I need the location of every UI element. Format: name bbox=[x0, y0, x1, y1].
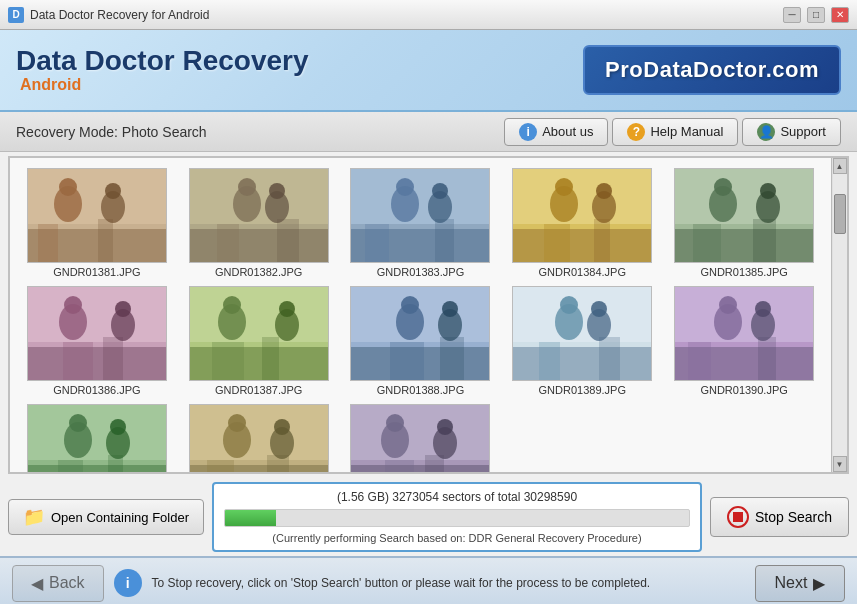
close-button[interactable]: ✕ bbox=[831, 7, 849, 23]
back-button[interactable]: ◀ Back bbox=[12, 565, 104, 602]
svg-rect-116 bbox=[425, 455, 444, 474]
svg-point-112 bbox=[386, 414, 404, 432]
photo-label: GNDR01384.JPG bbox=[539, 266, 626, 278]
scrollbar[interactable]: ▲ ▼ bbox=[831, 158, 847, 472]
svg-rect-44 bbox=[753, 219, 776, 263]
svg-rect-34 bbox=[544, 224, 570, 263]
svg-rect-47 bbox=[28, 287, 167, 342]
photo-item: GNDR01390.JPG bbox=[667, 286, 821, 396]
photo-label: GNDR01387.JPG bbox=[215, 384, 302, 396]
svg-rect-91 bbox=[28, 465, 167, 474]
progress-text: (1.56 GB) 3273054 sectors of total 30298… bbox=[224, 490, 690, 504]
photo-item: GNDR01392.JPG bbox=[182, 404, 336, 474]
about-us-button[interactable]: i About us bbox=[504, 118, 608, 146]
svg-rect-52 bbox=[63, 342, 93, 381]
app-subtitle: Android bbox=[20, 76, 309, 94]
svg-rect-55 bbox=[190, 347, 329, 381]
open-folder-button[interactable]: 📁 Open Containing Folder bbox=[8, 499, 204, 535]
progress-bar-container bbox=[224, 509, 690, 527]
photo-thumbnail[interactable] bbox=[27, 404, 167, 474]
svg-rect-109 bbox=[351, 465, 490, 474]
svg-point-103 bbox=[228, 414, 246, 432]
svg-rect-17 bbox=[277, 219, 299, 263]
folder-icon: 📁 bbox=[23, 506, 45, 528]
svg-rect-43 bbox=[693, 224, 721, 263]
scroll-down-arrow[interactable]: ▼ bbox=[833, 456, 847, 472]
app-title-block: Data Doctor Recovery Android bbox=[16, 46, 309, 95]
svg-point-76 bbox=[560, 296, 578, 314]
maximize-button[interactable]: □ bbox=[807, 7, 825, 23]
svg-rect-28 bbox=[513, 229, 652, 263]
svg-rect-7 bbox=[38, 224, 58, 263]
photo-thumbnail[interactable] bbox=[512, 168, 652, 263]
svg-rect-89 bbox=[758, 337, 776, 381]
app-icon: D bbox=[8, 7, 24, 23]
svg-point-49 bbox=[64, 296, 82, 314]
svg-point-33 bbox=[596, 183, 612, 199]
svg-rect-25 bbox=[365, 224, 389, 263]
svg-rect-35 bbox=[594, 219, 610, 263]
stop-search-button[interactable]: Stop Search bbox=[710, 497, 849, 537]
svg-point-60 bbox=[279, 301, 295, 317]
photo-item: GNDR01385.JPG bbox=[667, 168, 821, 278]
svg-rect-2 bbox=[28, 169, 167, 224]
title-bar-controls: ─ □ ✕ bbox=[783, 7, 849, 23]
svg-rect-71 bbox=[440, 337, 464, 381]
svg-point-22 bbox=[396, 178, 414, 196]
svg-point-51 bbox=[115, 301, 131, 317]
photo-thumbnail[interactable] bbox=[189, 286, 329, 381]
photo-item: GNDR01381.JPG bbox=[20, 168, 174, 278]
photo-thumbnail[interactable] bbox=[27, 168, 167, 263]
svg-rect-110 bbox=[351, 405, 490, 460]
svg-rect-92 bbox=[28, 405, 167, 460]
minimize-button[interactable]: ─ bbox=[783, 7, 801, 23]
svg-rect-61 bbox=[212, 342, 244, 381]
scroll-up-arrow[interactable]: ▲ bbox=[833, 158, 847, 174]
svg-rect-97 bbox=[58, 460, 83, 474]
photo-thumbnail[interactable] bbox=[512, 286, 652, 381]
svg-rect-101 bbox=[190, 405, 329, 460]
footer: ◀ Back i To Stop recovery, click on 'Sto… bbox=[0, 556, 857, 604]
photo-item: GNDR01384.JPG bbox=[505, 168, 659, 278]
photo-item: GNDR01383.JPG bbox=[344, 168, 498, 278]
header: Data Doctor Recovery Android ProDataDoct… bbox=[0, 30, 857, 112]
svg-point-40 bbox=[714, 178, 732, 196]
photo-thumbnail[interactable] bbox=[350, 286, 490, 381]
svg-rect-98 bbox=[108, 455, 123, 474]
svg-point-85 bbox=[719, 296, 737, 314]
photo-label: GNDR01386.JPG bbox=[53, 384, 140, 396]
photo-label: GNDR01382.JPG bbox=[215, 266, 302, 278]
progress-sub-text: (Currently performing Search based on: D… bbox=[224, 532, 690, 544]
svg-point-78 bbox=[591, 301, 607, 317]
photo-thumbnail[interactable] bbox=[350, 404, 490, 474]
svg-rect-46 bbox=[28, 347, 167, 381]
progress-box: (1.56 GB) 3273054 sectors of total 30298… bbox=[212, 482, 702, 552]
progress-bar-fill bbox=[225, 510, 276, 526]
photo-item: GNDR01393.JPG bbox=[344, 404, 498, 474]
photo-label: GNDR01383.JPG bbox=[377, 266, 464, 278]
svg-point-31 bbox=[555, 178, 573, 196]
svg-rect-115 bbox=[385, 460, 414, 474]
svg-point-67 bbox=[401, 296, 419, 314]
help-manual-button[interactable]: ? Help Manual bbox=[612, 118, 738, 146]
svg-point-42 bbox=[760, 183, 776, 199]
svg-point-4 bbox=[59, 178, 77, 196]
photo-thumbnail[interactable] bbox=[350, 168, 490, 263]
photo-label: GNDR01390.JPG bbox=[700, 384, 787, 396]
scroll-thumb[interactable] bbox=[834, 194, 846, 234]
photo-thumbnail[interactable] bbox=[674, 286, 814, 381]
photo-thumbnail[interactable] bbox=[189, 404, 329, 474]
svg-rect-38 bbox=[675, 169, 814, 224]
photo-thumbnail[interactable] bbox=[27, 286, 167, 381]
stop-icon bbox=[727, 506, 749, 528]
next-button[interactable]: Next ▶ bbox=[755, 565, 845, 602]
photo-thumbnail[interactable] bbox=[189, 168, 329, 263]
app-title: Data Doctor Recovery bbox=[16, 46, 309, 77]
svg-point-114 bbox=[437, 419, 453, 435]
photo-thumbnail[interactable] bbox=[674, 168, 814, 263]
svg-rect-83 bbox=[675, 287, 814, 342]
support-button[interactable]: 👤 Support bbox=[742, 118, 841, 146]
photo-label: GNDR01381.JPG bbox=[53, 266, 140, 278]
svg-rect-73 bbox=[513, 347, 652, 381]
svg-point-24 bbox=[432, 183, 448, 199]
